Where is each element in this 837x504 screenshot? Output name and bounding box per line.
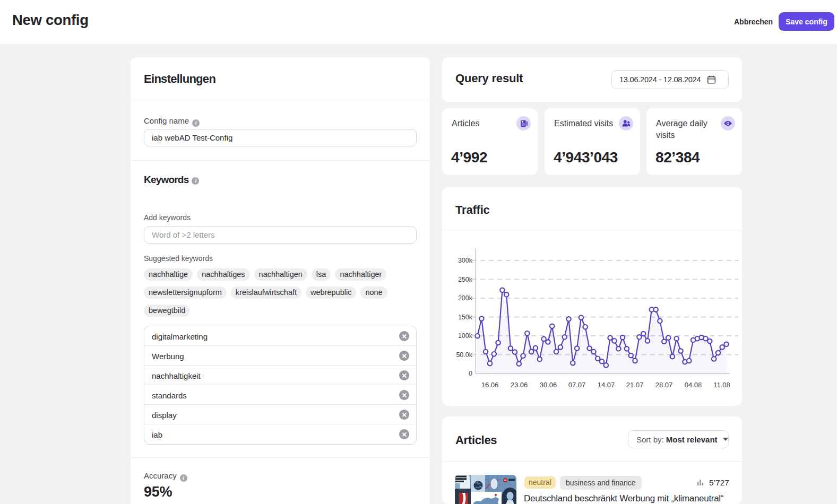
- svg-text:50.0k: 50.0k: [456, 351, 472, 359]
- svg-text:04.08: 04.08: [685, 381, 702, 389]
- svg-text:0: 0: [469, 370, 472, 377]
- svg-text:11.08: 11.08: [713, 381, 730, 389]
- svg-text:150k: 150k: [458, 314, 473, 321]
- svg-text:16.06: 16.06: [481, 381, 499, 389]
- svg-text:300k: 300k: [458, 257, 473, 264]
- svg-text:28.07: 28.07: [655, 381, 673, 389]
- svg-text:200k: 200k: [458, 294, 473, 302]
- svg-text:250k: 250k: [458, 276, 473, 283]
- svg-text:14.07: 14.07: [598, 381, 615, 389]
- svg-text:100k: 100k: [458, 332, 473, 340]
- svg-text:30.06: 30.06: [540, 381, 557, 389]
- svg-text:21.07: 21.07: [626, 381, 644, 389]
- svg-text:23.06: 23.06: [511, 381, 528, 389]
- svg-text:07.07: 07.07: [568, 381, 586, 389]
